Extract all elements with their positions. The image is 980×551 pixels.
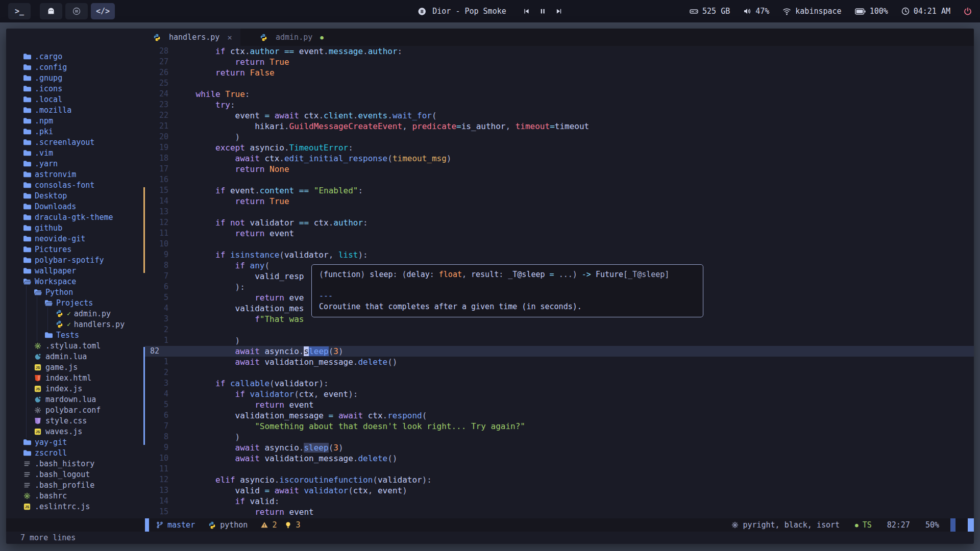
tree-item-style-css[interactable]: style.css xyxy=(6,415,145,426)
code-line[interactable]: 9 if isinstance(validator, list): xyxy=(145,249,974,260)
tab-admin-py[interactable]: admin.py ● xyxy=(252,29,332,46)
tree-item--vim[interactable]: .vim xyxy=(6,147,145,158)
tree-item-mardown-lua[interactable]: mardown.lua xyxy=(6,394,145,405)
code-line[interactable]: 7 "Something about that doesn't look rig… xyxy=(145,421,974,432)
tree-item--yarn[interactable]: .yarn xyxy=(6,158,145,169)
tree-item-index-js[interactable]: JSindex.js xyxy=(6,383,145,394)
tab-close-icon[interactable]: × xyxy=(227,33,232,42)
code-line[interactable]: 5 return event xyxy=(145,399,974,410)
tree-item-downloads[interactable]: Downloads xyxy=(6,201,145,212)
code-line[interactable]: 27 return True xyxy=(145,57,974,67)
tree-item-consolas-font[interactable]: consolas-font xyxy=(6,180,145,190)
tree-item-polybar-conf[interactable]: polybar.conf xyxy=(6,405,145,415)
workspace-apps[interactable] xyxy=(65,3,88,19)
code-line[interactable]: 20 ) xyxy=(145,132,974,142)
code-line[interactable]: 22 event = await ctx.client.events.wait_… xyxy=(145,110,974,121)
tree-item--eslintrc-js[interactable]: JS.eslintrc.js xyxy=(6,501,145,512)
tree-item-handlers-py[interactable]: ✓handlers.py xyxy=(6,319,145,330)
code-line[interactable]: 8 ) xyxy=(145,432,974,442)
tree-item--cargo[interactable]: .cargo xyxy=(6,51,145,62)
tree-item-wallpaper[interactable]: wallpaper xyxy=(6,265,145,276)
tree-item-yay-git[interactable]: yay-git xyxy=(6,437,145,447)
code-line[interactable]: 18 await ctx.edit_initial_response(timeo… xyxy=(145,153,974,164)
network-module[interactable]: kabinspace xyxy=(782,7,841,16)
tree-item--npm[interactable]: .npm xyxy=(6,115,145,126)
code-line[interactable]: 21 hikari.GuildMessageCreateEvent, predi… xyxy=(145,121,974,132)
workspace-ghost[interactable] xyxy=(40,3,62,19)
tab-handlers-py[interactable]: handlers.py × xyxy=(145,29,240,46)
previous-track-icon[interactable] xyxy=(523,8,530,15)
code-line[interactable]: 11 xyxy=(145,464,974,474)
tree-item--local[interactable]: .local xyxy=(6,94,145,105)
volume-module[interactable]: 47% xyxy=(743,7,769,16)
code-line[interactable]: 9 await asyncio.sleep(3) xyxy=(145,442,974,453)
tree-item--config[interactable]: .config xyxy=(6,62,145,72)
code-line[interactable]: 11 return event xyxy=(145,228,974,239)
code-line[interactable]: 24 while True: xyxy=(145,89,974,99)
tree-item--bash-history[interactable]: .bash_history xyxy=(6,458,145,469)
tree-item-python[interactable]: Python xyxy=(6,287,145,297)
tree-item-admin-py[interactable]: ✓admin.py xyxy=(6,308,145,319)
tree-item--screenlayout[interactable]: .screenlayout xyxy=(6,137,145,147)
tree-item--icons[interactable]: .icons xyxy=(6,83,145,94)
tree-item-projects[interactable]: Projects xyxy=(6,297,145,308)
tree-item--bashrc[interactable]: .bashrc xyxy=(6,490,145,501)
tree-item--bash-logout[interactable]: .bash_logout xyxy=(6,469,145,480)
code-line[interactable]: 15 if event.content == "Enabled": xyxy=(145,185,974,196)
code-line[interactable]: 19 except asyncio.TimeoutError: xyxy=(145,142,974,153)
tree-item-neovide-git[interactable]: neovide-git xyxy=(6,233,145,244)
code-line[interactable]: 13 xyxy=(145,207,974,217)
tree-item-game-js[interactable]: JSgame.js xyxy=(6,362,145,372)
tree-item-workspace[interactable]: Workspace xyxy=(6,276,145,287)
code-line[interactable]: 13 valid = await validator(ctx, event) xyxy=(145,485,974,496)
next-track-icon[interactable] xyxy=(555,8,562,15)
tree-item-waves-js[interactable]: JSwaves.js xyxy=(6,426,145,437)
code-line[interactable]: 14 if valid: xyxy=(145,496,974,507)
code-text: await validation_message.delete() xyxy=(176,453,397,464)
code-line[interactable]: 23 try: xyxy=(145,99,974,110)
tree-item-admin-lua[interactable]: admin.lua xyxy=(6,351,145,362)
code-line[interactable]: 14 return True xyxy=(145,196,974,207)
tree-item-github[interactable]: github xyxy=(6,222,145,233)
tree-item-astronvim[interactable]: astronvim xyxy=(6,169,145,180)
code-line[interactable]: 1 ) xyxy=(145,335,974,346)
tree-item--mozilla[interactable]: .mozilla xyxy=(6,105,145,115)
workspace-terminal[interactable]: >_ xyxy=(8,3,31,19)
code-line[interactable]: 15 return event xyxy=(145,507,974,517)
code-line[interactable]: 10 xyxy=(145,239,974,249)
tree-item--pki[interactable]: .pki xyxy=(6,126,145,137)
code-line[interactable]: 1 await validation_message.delete() xyxy=(145,357,974,367)
code-line[interactable]: 17 return None xyxy=(145,164,974,174)
tree-item-zscroll[interactable]: zscroll xyxy=(6,447,145,458)
code-viewport[interactable]: 28 if ctx.author == event.message.author… xyxy=(145,46,974,518)
disk-module[interactable]: 525 GB xyxy=(690,7,730,16)
code-line[interactable]: 28 if ctx.author == event.message.author… xyxy=(145,46,974,57)
code-line-current[interactable]: 82 await asyncio.sleep(3) xyxy=(145,346,974,357)
tree-item-desktop[interactable]: Desktop xyxy=(6,190,145,201)
power-button[interactable] xyxy=(964,7,972,15)
code-line[interactable]: 4 if validator(ctx, event): xyxy=(145,389,974,399)
tree-item--bash-profile[interactable]: .bash_profile xyxy=(6,480,145,490)
tree-item-tests[interactable]: Tests xyxy=(6,330,145,340)
code-line[interactable]: 26 return False xyxy=(145,67,974,78)
clock-module[interactable]: 04:21 AM xyxy=(901,7,950,16)
tree-item--gnupg[interactable]: .gnupg xyxy=(6,72,145,83)
code-line[interactable]: 10 await validation_message.delete() xyxy=(145,453,974,464)
battery-module[interactable]: 100% xyxy=(855,7,888,16)
tree-item-polybar-spotify[interactable]: polybar-spotify xyxy=(6,255,145,265)
pause-icon[interactable] xyxy=(539,8,546,15)
code-line[interactable]: 16 xyxy=(145,174,974,185)
code-line[interactable]: 12 if not validator == ctx.author: xyxy=(145,217,974,228)
code-line[interactable]: 25 xyxy=(145,78,974,89)
tree-item--stylua-toml[interactable]: .stylua.toml xyxy=(6,340,145,351)
code-line[interactable]: 2 xyxy=(145,367,974,378)
code-line[interactable]: 3 if callable(validator): xyxy=(145,378,974,389)
code-token: return xyxy=(255,507,289,517)
code-line[interactable]: 6 validation_message = await ctx.respond… xyxy=(145,410,974,421)
tree-item-dracula-gtk-theme[interactable]: dracula-gtk-theme xyxy=(6,212,145,222)
tree-item-index-html[interactable]: index.html xyxy=(6,372,145,383)
tree-item-pictures[interactable]: Pictures xyxy=(6,244,145,255)
code-line[interactable]: 2 xyxy=(145,324,974,335)
workspace-code[interactable]: </> xyxy=(91,3,115,19)
code-line[interactable]: 12 elif asyncio.iscoroutinefunction(vali… xyxy=(145,474,974,485)
